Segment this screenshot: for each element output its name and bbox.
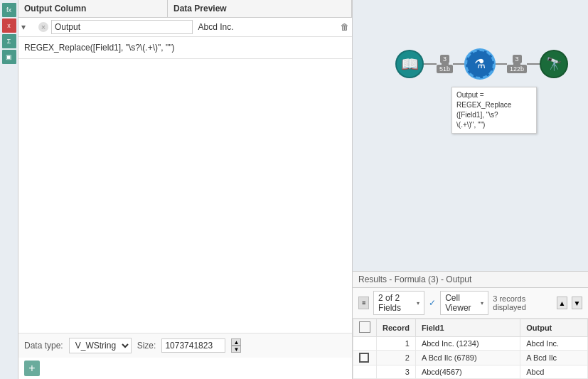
sigma-icon[interactable]: Σ bbox=[2, 34, 16, 48]
delete-button[interactable]: 🗑 bbox=[341, 22, 349, 32]
fields-dropdown-arrow: ▾ bbox=[417, 300, 419, 306]
clear-button[interactable]: × bbox=[38, 22, 48, 32]
connector-badge-1a: 3 bbox=[440, 55, 449, 63]
output-column-label: Output Column bbox=[24, 4, 86, 14]
formula-text: REGEX_Replace([Field1], "\s?\(.+\)", "") bbox=[24, 43, 174, 53]
row-number: 1 bbox=[377, 337, 416, 351]
row-checkbox-cell bbox=[353, 351, 377, 365]
size-input[interactable] bbox=[161, 338, 225, 353]
row-number: 3 bbox=[377, 365, 416, 379]
nav-down-button[interactable]: ▼ bbox=[572, 297, 582, 309]
connector-badge-1b: 51b bbox=[437, 65, 453, 73]
chevron-icon[interactable]: ▾ bbox=[21, 22, 36, 32]
connector-badge-2a: 3 bbox=[513, 55, 522, 63]
left-panel: Output Column Data Preview ▾ × Abcd Inc.… bbox=[18, 0, 353, 379]
connector-line-2c bbox=[527, 63, 540, 65]
row-checkbox-cell bbox=[353, 365, 377, 379]
table-row: 1Abcd Inc. (1234)Abcd Inc. bbox=[353, 337, 588, 351]
grid-icon[interactable]: ≡ bbox=[358, 297, 369, 309]
viewer-dropdown[interactable]: Cell Viewer ▾ bbox=[440, 291, 488, 315]
results-header: Results - Formula (3) - Output bbox=[353, 272, 588, 288]
th-field1: Field1 bbox=[415, 319, 520, 337]
header-checkbox[interactable] bbox=[359, 321, 370, 333]
table-row: 3Abcd(4567)Abcd bbox=[353, 365, 588, 379]
add-field-button[interactable]: + bbox=[24, 361, 40, 376]
x-icon[interactable]: x bbox=[2, 18, 16, 33]
main-container: fx x Σ ▣ Output Column Data Preview ▾ × … bbox=[0, 0, 588, 379]
connector-line-1c bbox=[453, 63, 466, 65]
connector-line-1 bbox=[424, 63, 437, 65]
row-checkbox-cell bbox=[353, 337, 377, 351]
fields-label: 2 of 2 Fields bbox=[378, 293, 415, 313]
cell-output: A Bcd Ilc bbox=[520, 351, 588, 365]
browse-node[interactable]: 🔭 bbox=[540, 50, 568, 78]
canvas-area: 📖 3 51b ⚗ Output =REGEX_Replace bbox=[353, 0, 588, 271]
input-node[interactable]: 📖 bbox=[395, 50, 424, 78]
formula-area: REGEX_Replace([Field1], "\s?\(.+\)", "") bbox=[18, 37, 352, 59]
right-panel: 📖 3 51b ⚗ Output =REGEX_Replace bbox=[353, 0, 588, 379]
cell-output: Abcd Inc. bbox=[520, 337, 588, 351]
connector-badge-2b: 122b bbox=[507, 65, 527, 73]
cell-field1: Abcd Inc. (1234) bbox=[415, 337, 520, 351]
left-sidebar: fx x Σ ▣ bbox=[0, 0, 18, 379]
size-label: Size: bbox=[137, 341, 156, 351]
doc-icon[interactable]: ▣ bbox=[2, 50, 16, 64]
fields-dropdown[interactable]: 2 of 2 Fields ▾ bbox=[373, 291, 424, 315]
cell-output: Abcd bbox=[520, 365, 588, 379]
size-spinner[interactable]: ▲ ▼ bbox=[231, 338, 241, 353]
row-number: 2 bbox=[377, 351, 416, 365]
preview-value: Abcd Inc. bbox=[193, 21, 338, 33]
left-panel-header: Output Column Data Preview bbox=[18, 0, 352, 18]
results-table: Record Field1 Output 1Abcd Inc. (1234)Ab… bbox=[353, 319, 588, 379]
cell-field1: Abcd(4567) bbox=[415, 365, 520, 379]
output-field-input[interactable] bbox=[51, 20, 193, 34]
table-row: 2A Bcd Ilc (6789)A Bcd Ilc bbox=[353, 351, 588, 365]
connector-1: 3 51b bbox=[424, 55, 466, 73]
connector-2: 3 122b bbox=[494, 55, 540, 73]
viewer-dropdown-arrow: ▾ bbox=[481, 300, 483, 306]
nav-up-button[interactable]: ▲ bbox=[557, 297, 567, 309]
fx-icon[interactable]: fx bbox=[2, 3, 16, 17]
browse-node-icon[interactable]: 🔭 bbox=[540, 50, 568, 78]
spinner-up[interactable]: ▲ bbox=[231, 338, 241, 346]
output-column-header: Output Column bbox=[18, 0, 168, 17]
th-checkbox bbox=[353, 319, 377, 337]
formula-node[interactable]: ⚗ Output =REGEX_Replace([Field1], "\s?\(… bbox=[466, 50, 494, 78]
data-preview-label: Data Preview bbox=[173, 4, 227, 14]
th-record: Record bbox=[377, 319, 416, 337]
formula-tooltip: Output =REGEX_Replace([Field1], "\s?\(.+… bbox=[451, 87, 537, 134]
formula-spacer bbox=[18, 59, 352, 333]
data-preview-header: Data Preview bbox=[168, 0, 352, 17]
workflow: 📖 3 51b ⚗ Output =REGEX_Replace bbox=[395, 50, 568, 78]
results-panel: Results - Formula (3) - Output ≡ 2 of 2 … bbox=[353, 271, 588, 379]
datatype-select[interactable]: V_WString bbox=[69, 338, 132, 353]
row-select-icon[interactable] bbox=[359, 353, 369, 363]
input-node-icon[interactable]: 📖 bbox=[395, 50, 424, 78]
output-row: ▾ × Abcd Inc. 🗑 bbox=[18, 18, 352, 37]
checkmark-icon: ✓ bbox=[429, 298, 436, 308]
results-title: Results - Formula (3) - Output bbox=[358, 274, 471, 284]
records-count: 3 records displayed bbox=[493, 294, 548, 311]
cell-field1: A Bcd Ilc (6789) bbox=[415, 351, 520, 365]
th-output: Output bbox=[520, 319, 588, 337]
results-toolbar: ≡ 2 of 2 Fields ▾ ✓ Cell Viewer ▾ 3 reco… bbox=[353, 288, 588, 319]
table-header-row: Record Field1 Output bbox=[353, 319, 588, 337]
spinner-down[interactable]: ▼ bbox=[231, 346, 241, 353]
connector-line-2a bbox=[494, 63, 507, 65]
formula-node-icon[interactable]: ⚗ bbox=[466, 50, 494, 78]
datatype-row: Data type: V_WString Size: ▲ ▼ bbox=[18, 333, 352, 358]
datatype-label: Data type: bbox=[24, 341, 63, 351]
viewer-label: Cell Viewer bbox=[445, 293, 479, 313]
